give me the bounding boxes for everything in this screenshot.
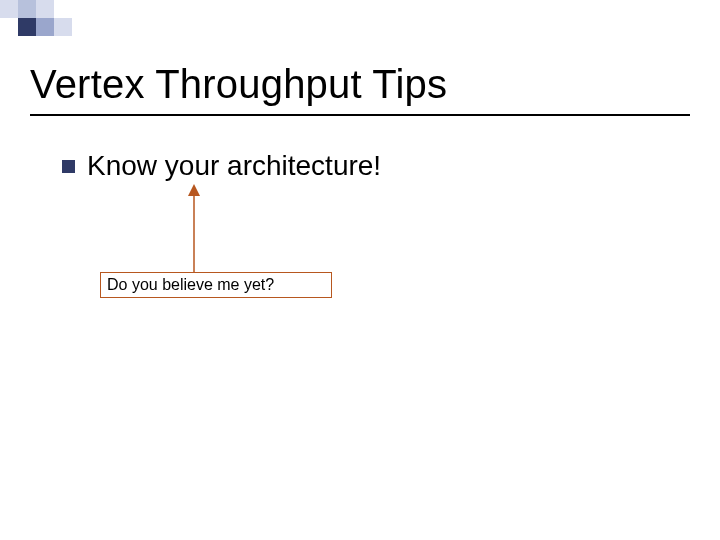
callout-text: Do you believe me yet? [107, 276, 274, 294]
svg-rect-6 [54, 18, 72, 36]
bullet-item: Know your architecture! [62, 150, 381, 182]
slide-corner-decoration [0, 0, 720, 60]
slide-title: Vertex Throughput Tips [30, 62, 447, 107]
svg-rect-2 [36, 0, 54, 18]
bullet-text: Know your architecture! [87, 150, 381, 182]
svg-rect-0 [0, 0, 18, 18]
square-bullet-icon [62, 160, 75, 173]
svg-rect-5 [36, 18, 54, 36]
svg-rect-3 [0, 18, 18, 36]
title-underline [30, 114, 690, 116]
callout-box: Do you believe me yet? [100, 272, 332, 298]
svg-rect-4 [18, 18, 36, 36]
svg-rect-1 [18, 0, 36, 18]
